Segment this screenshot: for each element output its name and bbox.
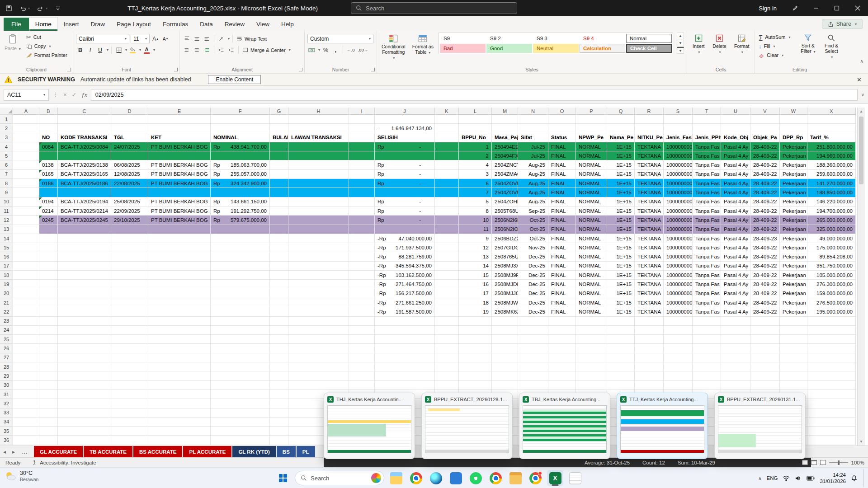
cell-R8[interactable]: TEKTANA [635, 179, 664, 188]
format-painter-button[interactable]: Format Painter [25, 51, 68, 60]
cell-G30[interactable] [270, 381, 288, 390]
cell-B2[interactable] [39, 124, 58, 133]
cell-V29[interactable] [750, 371, 780, 380]
cell-N5[interactable]: Jul-25 [518, 151, 548, 160]
cell-Q24[interactable] [607, 326, 635, 335]
cell-A16[interactable] [13, 252, 39, 261]
taskbar-preview-card-5[interactable]: XBPPU_EXTRACT_20260131-1... [714, 393, 806, 459]
row-header-32[interactable]: 32 [0, 399, 13, 408]
cell-M17[interactable]: 2508MJ3X [492, 262, 518, 271]
cell-U20[interactable]: Pasal 4 Ay [721, 289, 750, 298]
cell-W6[interactable]: Pekerjaan [780, 160, 807, 169]
cell-L4[interactable]: 1 [459, 142, 492, 151]
cell-X30[interactable] [807, 381, 856, 390]
row-header-1[interactable]: 1 [0, 115, 13, 124]
cell-N17[interactable]: Dec-25 [518, 262, 548, 271]
cell-U5[interactable]: Pasal 4 Ay [721, 151, 750, 160]
cell-E25[interactable] [148, 335, 211, 344]
cell-K26[interactable] [435, 344, 459, 353]
cell-H21[interactable] [288, 298, 349, 307]
select-all-corner[interactable] [0, 108, 13, 115]
align-bottom-icon[interactable] [203, 34, 211, 43]
cell-Q16[interactable]: 1E+15 [607, 252, 635, 261]
cell-F36[interactable] [211, 436, 270, 445]
taskbar-preview-card-3[interactable]: XTBJ_Kertas Kerja Accounting... [519, 393, 610, 459]
cell-F19[interactable] [211, 280, 270, 289]
cell-N20[interactable]: Dec-25 [518, 289, 548, 298]
cell-R4[interactable]: TEKTANA [635, 142, 664, 151]
cell-L24[interactable] [459, 326, 492, 335]
cell-H28[interactable] [288, 362, 349, 371]
cell-S15[interactable]: 100000000 [664, 243, 693, 252]
cell-R14[interactable]: TEKTANA [635, 234, 664, 243]
edge-icon[interactable] [428, 470, 444, 486]
cell-R13[interactable]: TEKTANA [635, 225, 664, 234]
column-header-G[interactable]: G [270, 108, 288, 115]
cell-X10[interactable]: 146.220.000,00 [807, 197, 856, 206]
cell-O22[interactable]: FINAL [548, 307, 576, 316]
row-header-20[interactable]: 20 [0, 289, 13, 298]
taskbar-preview-card-4[interactable]: XTTJ_Kertas Kerja Accounting... [617, 393, 708, 459]
cell-J2[interactable]: -1.646.947.134,00 [375, 124, 435, 133]
cell-A4[interactable] [13, 142, 39, 151]
cell-E14[interactable] [148, 234, 211, 243]
cell-J16[interactable]: -Rp88.281.759,00 [375, 252, 435, 261]
cell-P23[interactable] [576, 317, 607, 326]
cell-I3[interactable] [349, 133, 375, 142]
share-button[interactable]: Share▾ [822, 19, 863, 29]
column-header-F[interactable]: F [211, 108, 270, 115]
cell-W17[interactable]: Pekerjaan [780, 262, 807, 271]
cell-O5[interactable]: FINAL [548, 151, 576, 160]
cell-K25[interactable] [435, 335, 459, 344]
cell-R20[interactable]: TEKTANA [635, 289, 664, 298]
cell-F8[interactable]: Rp324.342.900,00 [211, 179, 270, 188]
cell-B17[interactable] [39, 262, 58, 271]
cell-L23[interactable] [459, 317, 492, 326]
cell-A18[interactable] [13, 271, 39, 280]
cell-T17[interactable]: Tanpa Fas [693, 262, 721, 271]
cell-D5[interactable] [111, 151, 148, 160]
cell-F22[interactable] [211, 307, 270, 316]
cell-H17[interactable] [288, 262, 349, 271]
cell-P11[interactable]: NORMAL [576, 206, 607, 216]
cell-S10[interactable]: 100000000 [664, 197, 693, 206]
cell-U28[interactable] [721, 362, 750, 371]
customize-quick-access-icon[interactable] [55, 5, 61, 11]
cell-B14[interactable] [39, 234, 58, 243]
cell-M6[interactable]: 2504ZNCY [492, 160, 518, 169]
cell-I6[interactable] [349, 160, 375, 169]
cell-D18[interactable] [111, 271, 148, 280]
cell-X33[interactable] [807, 408, 856, 418]
cell-M25[interactable] [492, 335, 518, 344]
cell-X27[interactable] [807, 353, 856, 362]
cell-Q23[interactable] [607, 317, 635, 326]
column-header-P[interactable]: P [576, 108, 607, 115]
cell-O7[interactable]: FINAL [548, 170, 576, 179]
cell-N28[interactable] [518, 362, 548, 371]
cell-A24[interactable] [13, 326, 39, 335]
cell-L18[interactable]: 15 [459, 271, 492, 280]
cell-I22[interactable] [349, 307, 375, 316]
cell-W28[interactable] [780, 362, 807, 371]
cell-style-good[interactable]: Good [486, 44, 532, 53]
cell-J3[interactable]: SELISIH [375, 133, 435, 142]
cell-P16[interactable]: NORMAL [576, 252, 607, 261]
cell-B10[interactable]: 0194 [39, 197, 58, 206]
cell-H20[interactable] [288, 289, 349, 298]
cell-L3[interactable]: BPPU_No [459, 133, 492, 142]
cell-B3[interactable]: NO [39, 133, 58, 142]
font-color-icon[interactable]: A [142, 46, 151, 54]
cell-L30[interactable] [459, 381, 492, 390]
cell-I19[interactable] [349, 280, 375, 289]
cell-C9[interactable] [58, 188, 111, 197]
cell-L22[interactable]: 19 [459, 307, 492, 316]
cell-B22[interactable] [39, 307, 58, 316]
cell-A6[interactable] [13, 160, 39, 169]
cell-L17[interactable]: 14 [459, 262, 492, 271]
cell-X36[interactable] [807, 436, 856, 445]
cell-B32[interactable] [39, 399, 58, 408]
cell-G33[interactable] [270, 408, 288, 418]
pen-icon[interactable] [785, 0, 806, 16]
cell-B12[interactable]: 0245 [39, 216, 58, 225]
cell-O19[interactable]: FINAL [548, 280, 576, 289]
